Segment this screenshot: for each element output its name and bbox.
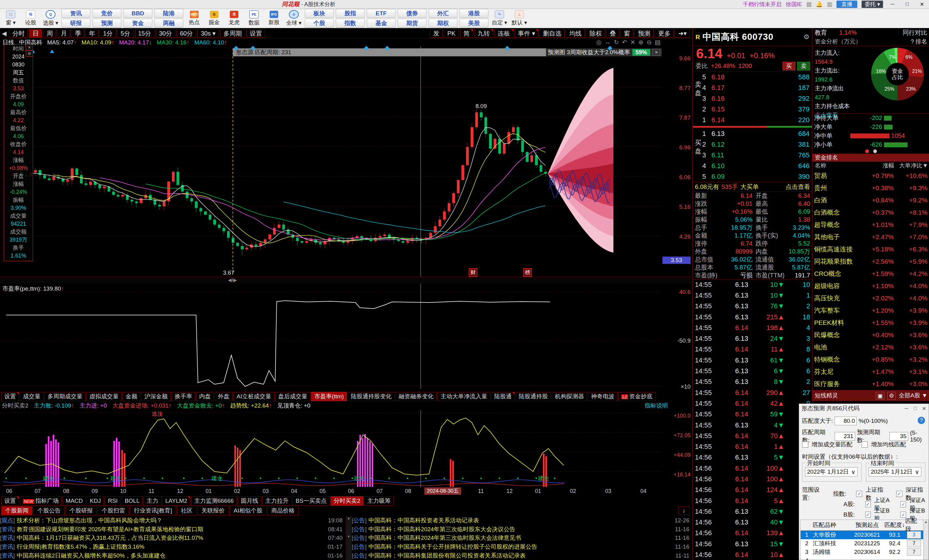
download-icon[interactable]: ↓	[678, 506, 689, 515]
dot-active[interactable]	[865, 149, 869, 153]
dialog-minimize-icon[interactable]: ─	[905, 406, 908, 411]
chart-tool-icon[interactable]: ↶	[622, 38, 627, 46]
chart-tool-icon[interactable]: ↻	[614, 38, 619, 46]
toolbar-button-掘金[interactable]: 金掘金	[205, 9, 223, 27]
news-item[interactable]: [ 资讯 ]教育强国建设规划纲要印发 2025年有望是AI+教育成果落地检验的窗…	[0, 525, 346, 534]
history-back-icon[interactable]: ◀	[2, 30, 6, 37]
more-arrow-icon[interactable]: ➔▾	[675, 29, 690, 38]
tool-发[interactable]: 发	[430, 29, 443, 38]
view-link[interactable]: 点击查看	[786, 183, 810, 191]
match-row-汤姆猫[interactable]: 3汤姆猫2023061492.27	[800, 548, 928, 556]
func-tab-BS一买卖点[interactable]: BS一买卖点	[293, 496, 330, 505]
ind-tab-盘后成交量[interactable]: 盘后成交量	[275, 392, 310, 401]
ask-row[interactable]: 16.14220	[693, 115, 812, 125]
trash-icon[interactable]: ▥	[827, 1, 832, 8]
sector-row[interactable]: 其他电子+2.47%+7.0%	[812, 231, 929, 243]
toolbar-button-港股[interactable]: 港股	[460, 9, 488, 18]
toolbar-button-竞价[interactable]: 竞价	[92, 9, 121, 18]
indicator-help-link[interactable]: 指标说明	[645, 402, 668, 410]
news-tab-个股新闻[interactable]: 个股新闻	[1, 506, 32, 515]
news-tab-AI相似个股[interactable]: AI相似个股	[230, 506, 267, 515]
ind-tab-神奇电波[interactable]: 神奇电波	[588, 392, 618, 401]
tool-预测[interactable]: 预测	[635, 29, 653, 38]
toolbar-button-指数[interactable]: 指数	[336, 19, 365, 28]
news-tab-行业资讯[教育][interactable]: 行业资讯[教育]	[130, 506, 176, 515]
toolbar-button-美股[interactable]: 美股	[460, 19, 488, 28]
period-月[interactable]: 月	[57, 29, 70, 38]
period-分时[interactable]: 分时	[9, 29, 28, 38]
sector-row[interactable]: 芬太尼+1.47%+3.1%	[812, 366, 929, 378]
news-tab-个股扫雷[interactable]: 个股扫雷	[98, 506, 129, 515]
trade-row[interactable]: 14:556.1310▼10	[693, 279, 812, 290]
bid-row[interactable]: 56.09390	[693, 171, 812, 182]
chart-tool-icon[interactable]: ◎	[596, 38, 601, 46]
peer-compare-link[interactable]: 同行对比	[903, 29, 927, 37]
trade-row[interactable]: 14:566.145▲	[693, 496, 812, 506]
kline-chart-canvas[interactable]	[0, 46, 693, 277]
ind-tab-成交量[interactable]: 成交量	[20, 392, 43, 401]
segment-button[interactable]: 3	[907, 531, 921, 539]
panel-gear-icon[interactable]: ⚙	[26, 50, 33, 57]
sector-row[interactable]: 电池+2.12%+3.6%	[812, 341, 929, 353]
period-设置[interactable]: 设置	[246, 29, 265, 38]
news-item[interactable]: [ 公告 ]中国高科：中国高科集团股份有限公司投资者关系活动记录表11-11	[352, 551, 693, 560]
trade-row[interactable]: 14:566.14100▲	[693, 463, 812, 474]
func-tab-LAYLM2[interactable]: LAYLM2	[162, 496, 190, 505]
splitter-handle[interactable]: ◀‖▶	[228, 277, 237, 283]
prediction-close-icon[interactable]: ✕	[653, 49, 660, 56]
tool-连板[interactable]: 连板	[495, 29, 514, 38]
func-tab-MACD[interactable]: MACD	[63, 496, 86, 505]
toolbar-button-股指[interactable]: 股指	[336, 9, 365, 18]
period-多周期[interactable]: 多周期	[220, 29, 245, 38]
trade-row[interactable]: 14:566.14139▲	[693, 528, 812, 539]
ind-tab-金额[interactable]: 金额	[123, 392, 140, 401]
tool-九转[interactable]: 九转	[474, 29, 493, 38]
chart-tool-icon[interactable]: ↔	[604, 38, 611, 46]
sector-row[interactable]: CRO概念+1.59%+4.2%	[812, 268, 929, 280]
func-tab-圆月线[interactable]: 圆月线	[238, 496, 261, 505]
chart-tool-icon[interactable]: ✕	[630, 38, 635, 46]
toolbar-button-龙虎[interactable]: 龙龙虎	[225, 9, 243, 27]
toolbar-button-两融[interactable]: 两融	[155, 19, 183, 28]
period-日[interactable]: 日	[29, 29, 42, 38]
trade-row[interactable]: 14:556.1442▲9	[693, 398, 812, 409]
period-30分[interactable]: 30分	[156, 29, 175, 38]
ind-tab-机构探测器[interactable]: 机构探测器	[552, 392, 587, 401]
dialog-titlebar[interactable]: 形态预测 共856只代码 ─ □ ✕	[799, 404, 929, 413]
sector-row[interactable]: PEEK材料+1.55%+3.9%	[812, 317, 929, 329]
toolbar-button-外汇[interactable]: 外汇	[429, 9, 457, 18]
period-5分[interactable]: 5分	[117, 29, 133, 38]
trade-row[interactable]: 14:566.1362▼	[693, 506, 812, 517]
toolbar-button-板块[interactable]: 板块	[305, 9, 334, 18]
match-row-汇顶科技[interactable]: 2汇顶科技2023122592.47	[800, 539, 928, 548]
sprite-gear-icon[interactable]: ⚙	[887, 392, 895, 399]
sector-row[interactable]: 白酒+0.84%+9.2%	[812, 194, 929, 207]
tool-更多[interactable]: 更多	[655, 29, 674, 38]
pattern-source-bar[interactable]: 形态源 匹配周期: 231 预测图 3周期收益大于2.0%概率 59% ✕	[233, 48, 662, 56]
period-年[interactable]: 年	[86, 29, 98, 38]
period-季[interactable]: 季	[71, 29, 84, 38]
range-checkbox[interactable]: ✓	[865, 512, 871, 518]
rank-link[interactable]: ? 排名	[911, 38, 927, 46]
sub2-chart-canvas[interactable]	[0, 410, 693, 487]
news-scrollbar[interactable]: ▲▼	[346, 516, 352, 560]
trade-row[interactable]: 14:556.1361▼6	[693, 355, 812, 366]
range-checkbox[interactable]: ✓	[865, 501, 871, 507]
trade-row[interactable]: 14:566.1340▼	[693, 517, 812, 528]
broker-button[interactable]: 委托 ▾	[862, 1, 883, 8]
trade-row[interactable]: 14:566.1410▲	[693, 549, 812, 560]
period-1分[interactable]: 1分	[100, 29, 116, 38]
tool-叠[interactable]: 叠	[606, 29, 619, 38]
toolbar-button-新股[interactable]: IPO新股	[265, 9, 283, 27]
sector-row[interactable]: 同花顺果指数+2.56%+5.9%	[812, 256, 929, 268]
trade-row[interactable]: 14:556.13215▲18	[693, 312, 812, 323]
trade-row[interactable]: 14:556.1459▼	[693, 409, 812, 420]
sector-row[interactable]: 民爆概念+0.40%+3.6%	[812, 329, 929, 341]
range-checkbox[interactable]: ✓	[900, 512, 906, 518]
trade-row[interactable]: 14:556.1470▲	[693, 430, 812, 441]
sector-row[interactable]: 医疗服务+1.40%+3.0%	[812, 378, 929, 390]
ind-tab-陆股通持股[interactable]: 陆股通持股	[516, 392, 551, 401]
toolbar-button-个股[interactable]: 个股	[305, 19, 334, 28]
trade-row[interactable]: 14:566.1315▼	[693, 539, 812, 549]
tool-PK[interactable]: PK	[444, 29, 459, 38]
